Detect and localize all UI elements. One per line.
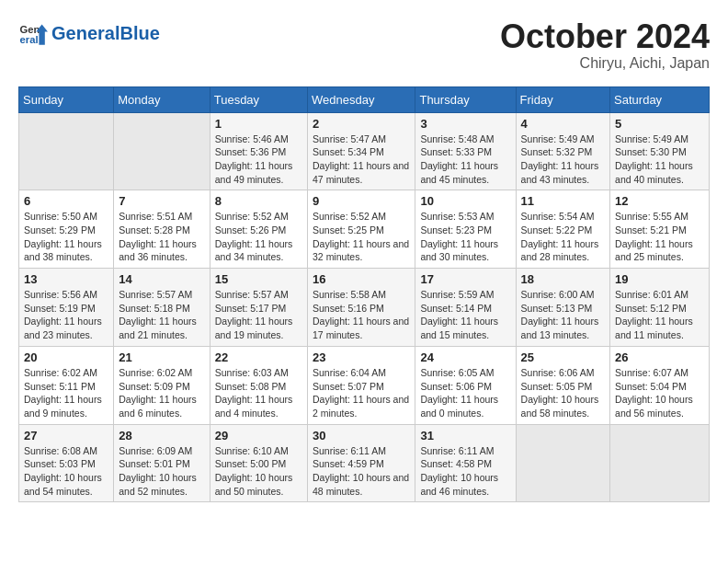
- day-number: 25: [521, 350, 606, 364]
- day-number: 28: [119, 429, 204, 442]
- day-number: 16: [313, 272, 410, 286]
- calendar-cell: 16Sunrise: 5:58 AM Sunset: 5:16 PM Dayli…: [308, 269, 415, 347]
- day-number: 29: [215, 429, 302, 442]
- day-header-friday: Friday: [516, 86, 610, 112]
- day-info: Sunrise: 5:55 AM Sunset: 5:21 PM Dayligh…: [615, 210, 704, 264]
- calendar-cell: 4Sunrise: 5:49 AM Sunset: 5:32 PM Daylig…: [516, 112, 610, 190]
- day-info: Sunrise: 6:02 AM Sunset: 5:09 PM Dayligh…: [119, 366, 204, 420]
- day-info: Sunrise: 6:06 AM Sunset: 5:05 PM Dayligh…: [521, 366, 606, 420]
- week-row-3: 13Sunrise: 5:56 AM Sunset: 5:19 PM Dayli…: [19, 269, 710, 347]
- calendar-cell: 1Sunrise: 5:46 AM Sunset: 5:36 PM Daylig…: [210, 112, 307, 190]
- day-info: Sunrise: 6:03 AM Sunset: 5:08 PM Dayligh…: [215, 366, 302, 420]
- calendar-cell: 20Sunrise: 6:02 AM Sunset: 5:11 PM Dayli…: [19, 346, 114, 424]
- calendar-cell: 18Sunrise: 6:00 AM Sunset: 5:13 PM Dayli…: [516, 269, 610, 347]
- day-info: Sunrise: 6:10 AM Sunset: 5:00 PM Dayligh…: [215, 444, 302, 499]
- day-number: 10: [420, 194, 510, 208]
- calendar-cell: 28Sunrise: 6:09 AM Sunset: 5:01 PM Dayli…: [114, 424, 210, 502]
- day-number: 30: [313, 429, 410, 442]
- day-number: 8: [215, 194, 302, 208]
- day-number: 26: [615, 350, 704, 364]
- day-info: Sunrise: 5:56 AM Sunset: 5:19 PM Dayligh…: [24, 288, 108, 342]
- day-info: Sunrise: 6:00 AM Sunset: 5:13 PM Dayligh…: [521, 288, 606, 342]
- day-info: Sunrise: 5:51 AM Sunset: 5:28 PM Dayligh…: [119, 210, 204, 264]
- day-info: Sunrise: 5:57 AM Sunset: 5:17 PM Dayligh…: [215, 288, 302, 342]
- month-title: October 2024: [500, 18, 710, 55]
- week-row-4: 20Sunrise: 6:02 AM Sunset: 5:11 PM Dayli…: [19, 346, 710, 424]
- calendar-cell: 2Sunrise: 5:47 AM Sunset: 5:34 PM Daylig…: [308, 112, 415, 190]
- day-info: Sunrise: 6:05 AM Sunset: 5:06 PM Dayligh…: [420, 366, 510, 420]
- day-info: Sunrise: 5:50 AM Sunset: 5:29 PM Dayligh…: [24, 210, 108, 264]
- calendar-cell: 9Sunrise: 5:52 AM Sunset: 5:25 PM Daylig…: [308, 190, 415, 269]
- day-number: 12: [615, 194, 704, 208]
- day-info: Sunrise: 6:01 AM Sunset: 5:12 PM Dayligh…: [615, 288, 704, 342]
- day-info: Sunrise: 5:54 AM Sunset: 5:22 PM Dayligh…: [521, 210, 606, 264]
- day-number: 15: [215, 272, 302, 286]
- calendar-cell: 24Sunrise: 6:05 AM Sunset: 5:06 PM Dayli…: [415, 346, 516, 424]
- day-number: 17: [420, 272, 510, 286]
- day-number: 9: [313, 194, 410, 208]
- day-number: 6: [24, 194, 108, 208]
- header-row: SundayMondayTuesdayWednesdayThursdayFrid…: [19, 86, 710, 112]
- logo: Gen eral GeneralBlue: [18, 18, 160, 48]
- day-header-sunday: Sunday: [19, 86, 114, 112]
- calendar-cell: 30Sunrise: 6:11 AM Sunset: 4:59 PM Dayli…: [308, 424, 415, 502]
- calendar-cell: 13Sunrise: 5:56 AM Sunset: 5:19 PM Dayli…: [19, 269, 114, 347]
- logo-blue: Blue: [119, 23, 159, 43]
- day-number: 24: [420, 350, 510, 364]
- calendar-cell: 17Sunrise: 5:59 AM Sunset: 5:14 PM Dayli…: [415, 269, 516, 347]
- calendar-cell: 22Sunrise: 6:03 AM Sunset: 5:08 PM Dayli…: [210, 346, 307, 424]
- day-info: Sunrise: 5:49 AM Sunset: 5:30 PM Dayligh…: [615, 132, 704, 187]
- day-info: Sunrise: 6:11 AM Sunset: 4:59 PM Dayligh…: [313, 444, 410, 499]
- day-header-thursday: Thursday: [415, 86, 516, 112]
- week-row-1: 1Sunrise: 5:46 AM Sunset: 5:36 PM Daylig…: [19, 112, 710, 190]
- day-info: Sunrise: 5:53 AM Sunset: 5:23 PM Dayligh…: [420, 210, 510, 264]
- day-number: 13: [24, 272, 108, 286]
- day-number: 7: [119, 194, 204, 208]
- day-number: 18: [521, 272, 606, 286]
- calendar-cell: 31Sunrise: 6:11 AM Sunset: 4:58 PM Dayli…: [415, 424, 516, 502]
- day-info: Sunrise: 5:59 AM Sunset: 5:14 PM Dayligh…: [420, 288, 510, 342]
- day-number: 19: [615, 272, 704, 286]
- calendar-cell: 7Sunrise: 5:51 AM Sunset: 5:28 PM Daylig…: [114, 190, 210, 269]
- day-header-tuesday: Tuesday: [210, 86, 307, 112]
- day-number: 23: [313, 350, 410, 364]
- day-header-saturday: Saturday: [610, 86, 710, 112]
- page-header: Gen eral GeneralBlue October 2024 Chiryu…: [18, 18, 710, 72]
- calendar-cell: 19Sunrise: 6:01 AM Sunset: 5:12 PM Dayli…: [610, 269, 710, 347]
- svg-text:eral: eral: [20, 34, 39, 45]
- day-number: 5: [615, 117, 704, 131]
- day-number: 3: [420, 117, 510, 131]
- calendar-cell: 3Sunrise: 5:48 AM Sunset: 5:33 PM Daylig…: [415, 112, 516, 190]
- calendar-cell: 6Sunrise: 5:50 AM Sunset: 5:29 PM Daylig…: [19, 190, 114, 269]
- day-info: Sunrise: 6:02 AM Sunset: 5:11 PM Dayligh…: [24, 366, 108, 420]
- calendar-table: SundayMondayTuesdayWednesdayThursdayFrid…: [18, 86, 710, 503]
- calendar-cell: [610, 424, 710, 502]
- day-info: Sunrise: 6:08 AM Sunset: 5:03 PM Dayligh…: [24, 444, 108, 499]
- day-number: 21: [119, 350, 204, 364]
- day-number: 2: [313, 117, 410, 131]
- day-number: 31: [420, 429, 510, 442]
- calendar-cell: [516, 424, 610, 502]
- day-info: Sunrise: 5:57 AM Sunset: 5:18 PM Dayligh…: [119, 288, 204, 342]
- day-info: Sunrise: 6:04 AM Sunset: 5:07 PM Dayligh…: [313, 366, 410, 420]
- day-header-wednesday: Wednesday: [308, 86, 415, 112]
- calendar-cell: 27Sunrise: 6:08 AM Sunset: 5:03 PM Dayli…: [19, 424, 114, 502]
- calendar-cell: 10Sunrise: 5:53 AM Sunset: 5:23 PM Dayli…: [415, 190, 516, 269]
- day-number: 20: [24, 350, 108, 364]
- week-row-5: 27Sunrise: 6:08 AM Sunset: 5:03 PM Dayli…: [19, 424, 710, 502]
- calendar-cell: 8Sunrise: 5:52 AM Sunset: 5:26 PM Daylig…: [210, 190, 307, 269]
- calendar-cell: 29Sunrise: 6:10 AM Sunset: 5:00 PM Dayli…: [210, 424, 307, 502]
- day-number: 22: [215, 350, 302, 364]
- week-row-2: 6Sunrise: 5:50 AM Sunset: 5:29 PM Daylig…: [19, 190, 710, 269]
- day-number: 1: [215, 117, 302, 131]
- day-info: Sunrise: 5:48 AM Sunset: 5:33 PM Dayligh…: [420, 132, 510, 187]
- calendar-cell: 14Sunrise: 5:57 AM Sunset: 5:18 PM Dayli…: [114, 269, 210, 347]
- day-info: Sunrise: 5:49 AM Sunset: 5:32 PM Dayligh…: [521, 132, 606, 187]
- calendar-cell: 23Sunrise: 6:04 AM Sunset: 5:07 PM Dayli…: [308, 346, 415, 424]
- logo-text: GeneralBlue: [51, 23, 160, 43]
- calendar-cell: 26Sunrise: 6:07 AM Sunset: 5:04 PM Dayli…: [610, 346, 710, 424]
- calendar-cell: 12Sunrise: 5:55 AM Sunset: 5:21 PM Dayli…: [610, 190, 710, 269]
- logo-icon: Gen eral: [18, 18, 48, 48]
- title-block: October 2024 Chiryu, Aichi, Japan: [500, 18, 710, 72]
- calendar-cell: 15Sunrise: 5:57 AM Sunset: 5:17 PM Dayli…: [210, 269, 307, 347]
